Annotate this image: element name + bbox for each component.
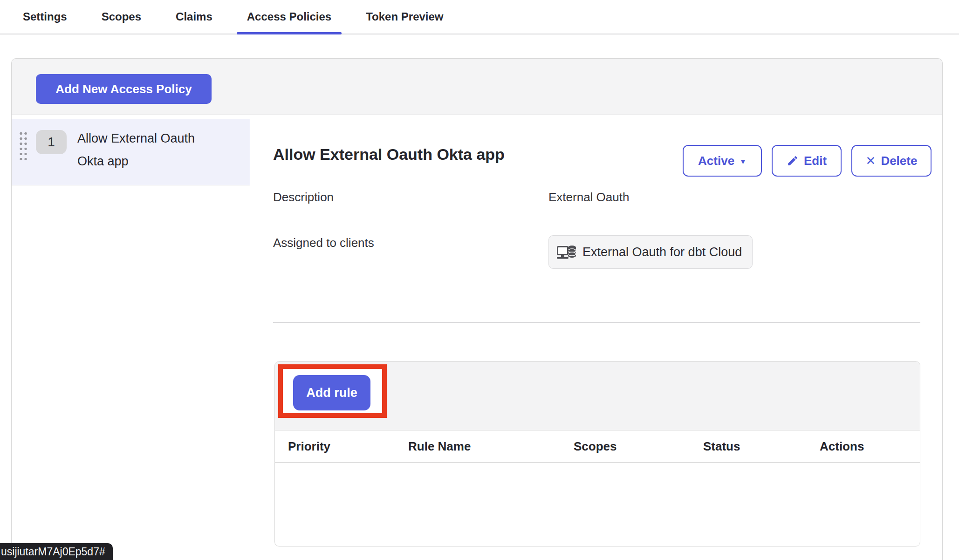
description-label: Description	[273, 190, 334, 205]
close-icon: ✕	[866, 154, 876, 168]
access-policies-panel: Add New Access Policy 1 Allow External O…	[11, 58, 943, 560]
description-value: External Oauth	[548, 190, 629, 205]
column-rule-name: Rule Name	[408, 439, 574, 454]
chevron-down-icon: ▼	[740, 157, 747, 165]
column-status: Status	[703, 439, 820, 454]
column-actions: Actions	[820, 439, 920, 454]
client-app-icon	[556, 244, 577, 261]
rules-card-header: Add rule	[275, 362, 920, 430]
policy-title: Allow External Oauth Okta app	[273, 145, 505, 164]
page: Settings Scopes Claims Access Policies T…	[0, 0, 959, 560]
tab-token-preview[interactable]: Token Preview	[356, 0, 453, 34]
link-preview-status-bar: usijiutarM7Aj0Ep5d7#	[0, 543, 113, 560]
panel-header: Add New Access Policy	[12, 59, 942, 115]
tab-bar: Settings Scopes Claims Access Policies T…	[0, 0, 959, 34]
delete-policy-button[interactable]: ✕ Delete	[851, 145, 932, 177]
add-new-access-policy-button[interactable]: Add New Access Policy	[36, 74, 212, 104]
assigned-client-name: External Oauth for dbt Cloud	[582, 245, 742, 260]
policy-name-label: Allow External Oauth Okta app	[77, 127, 217, 173]
column-priority: Priority	[288, 439, 408, 454]
edit-button-label: Edit	[804, 154, 827, 168]
pencil-icon	[787, 155, 799, 167]
section-divider	[273, 322, 920, 323]
policy-list-item[interactable]: 1 Allow External Oauth Okta app	[12, 119, 250, 185]
policy-status-label: Active	[698, 154, 734, 168]
tab-access-policies[interactable]: Access Policies	[237, 0, 342, 34]
drag-handle-icon[interactable]	[18, 130, 27, 161]
policy-status-dropdown[interactable]: Active ▼	[683, 145, 762, 177]
assigned-to-clients-label: Assigned to clients	[273, 236, 374, 250]
column-scopes: Scopes	[574, 439, 703, 454]
rules-table-header: Priority Rule Name Scopes Status Actions	[275, 430, 920, 463]
tab-settings[interactable]: Settings	[13, 0, 77, 34]
policy-priority-badge: 1	[36, 130, 67, 154]
edit-policy-button[interactable]: Edit	[772, 145, 842, 177]
delete-button-label: Delete	[881, 154, 917, 168]
tab-claims[interactable]: Claims	[165, 0, 223, 34]
assigned-client-chip[interactable]: External Oauth for dbt Cloud	[548, 235, 753, 269]
rules-card: Add rule Priority Rule Name Scopes Statu…	[274, 361, 920, 546]
tab-scopes[interactable]: Scopes	[91, 0, 151, 34]
policy-list: 1 Allow External Oauth Okta app	[12, 116, 250, 560]
annotation-highlight-box: Add rule	[278, 364, 387, 418]
add-rule-button[interactable]: Add rule	[293, 375, 370, 410]
